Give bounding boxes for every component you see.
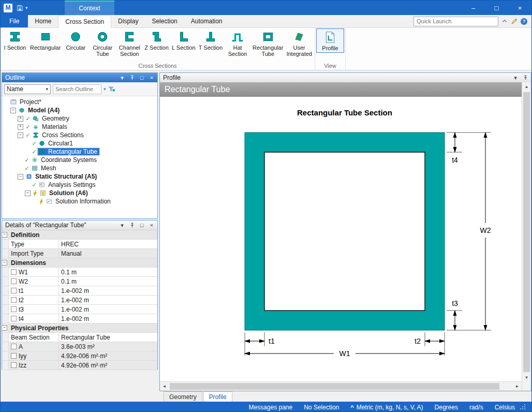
expander-minus-icon[interactable]: − xyxy=(10,108,16,113)
details-value[interactable]: 1.e-002 m xyxy=(59,305,157,314)
status-celsius[interactable]: Celsius xyxy=(495,404,515,411)
expander-minus-icon[interactable]: − xyxy=(18,174,23,180)
details-value[interactable]: Rectangular Tube xyxy=(59,333,157,342)
quick-launch-input[interactable] xyxy=(413,17,498,26)
status-no-selection[interactable]: No Selection xyxy=(304,404,339,411)
vertical-scroll-thumb[interactable] xyxy=(523,92,530,372)
tree-item-mesh[interactable]: ✓Mesh xyxy=(2,164,157,172)
details-value[interactable]: HREC xyxy=(59,240,157,248)
outline-menu-icon[interactable]: ▾ xyxy=(119,74,126,81)
details-group-dimensions[interactable]: −Dimensions xyxy=(2,258,157,268)
tree-item-materials[interactable]: +✓Materials xyxy=(2,123,157,131)
parameter-checkbox[interactable] xyxy=(11,288,17,293)
filter-icon[interactable] xyxy=(108,86,115,92)
doc-tab-geometry[interactable]: Geometry xyxy=(164,391,202,402)
details-value[interactable]: 1.e-002 m xyxy=(59,314,157,323)
tree-item-solution-information[interactable]: Solution Information xyxy=(2,197,157,205)
expander-plus-icon[interactable]: + xyxy=(18,124,23,130)
parameter-checkbox[interactable] xyxy=(11,278,17,284)
status-rad-s[interactable]: rad/s xyxy=(469,404,483,411)
pencil-icon[interactable] xyxy=(511,18,518,25)
parameter-checkbox[interactable] xyxy=(11,316,17,321)
expander-plus-icon[interactable]: + xyxy=(18,116,23,122)
outline-filter-select[interactable]: Name ▾ xyxy=(4,84,51,94)
details-value[interactable]: 3.6e-003 m² xyxy=(59,342,157,351)
close-button[interactable]: × xyxy=(508,1,531,15)
ribbon-item-circular-tube[interactable]: Circular Tube xyxy=(89,28,116,58)
details-value[interactable]: 0.1 m xyxy=(59,268,157,276)
collapse-ribbon-icon[interactable] xyxy=(501,18,508,24)
status-degrees[interactable]: Degrees xyxy=(435,404,458,411)
horizontal-scrollbar[interactable]: ◄ ► xyxy=(160,381,522,391)
scroll-down-icon[interactable]: ▼ xyxy=(522,373,531,382)
menu-tab-cross-section[interactable]: Cross Section xyxy=(58,15,111,28)
search-options-icon[interactable]: ▾ xyxy=(104,86,106,92)
parameter-checkbox[interactable] xyxy=(11,306,17,312)
ribbon-item-circular[interactable]: Circular xyxy=(62,28,89,52)
tree-item-cross-sections[interactable]: −✓Cross Sections xyxy=(2,131,157,139)
menu-tab-display[interactable]: Display xyxy=(111,15,145,27)
tree-item-analysis-settings[interactable]: ✓Analysis Settings xyxy=(2,181,157,189)
tree-item-coordinate-systems[interactable]: ✓Coordinate Systems xyxy=(2,156,157,164)
minimize-button[interactable]: – xyxy=(462,1,485,15)
details-close-icon[interactable]: × xyxy=(148,222,155,229)
scroll-left-icon[interactable]: ◄ xyxy=(160,382,169,391)
expander-minus-icon[interactable]: − xyxy=(2,325,7,331)
horizontal-scroll-thumb[interactable] xyxy=(170,383,499,390)
save-icon[interactable] xyxy=(17,5,23,11)
context-tab[interactable]: Context xyxy=(65,1,114,15)
outline-pin-icon[interactable] xyxy=(128,74,136,81)
outline-close-icon[interactable]: × xyxy=(148,74,155,81)
profile-pin-icon[interactable] xyxy=(522,74,529,81)
tree-item-geometry[interactable]: +✓Geometry xyxy=(2,114,157,123)
details-value[interactable]: 0.1 m xyxy=(59,277,157,286)
ribbon-item-channel-section[interactable]: Channel Section xyxy=(116,28,143,58)
resize-grip-icon[interactable] xyxy=(520,404,526,410)
menu-tab-home[interactable]: Home xyxy=(28,15,58,27)
help-icon[interactable]: ? xyxy=(521,18,527,25)
app-icon[interactable]: M xyxy=(4,4,12,12)
ribbon-item-t-section[interactable]: T Section xyxy=(197,28,224,52)
expander-minus-icon[interactable]: − xyxy=(2,260,7,266)
ribbon-item-i-section[interactable]: I Section xyxy=(2,28,28,52)
tree-item-circular1[interactable]: ✓Circular1 xyxy=(2,139,157,148)
details-float-icon[interactable]: □ xyxy=(138,222,145,229)
group-expander[interactable]: − xyxy=(2,323,9,332)
status-metric-m-kg-n-s-v-a[interactable]: ^Metric (m, kg, N, s, V, A) xyxy=(350,404,423,411)
quick-access-dropdown-icon[interactable]: ▾ xyxy=(25,5,28,10)
group-expander[interactable]: − xyxy=(2,258,9,267)
details-value[interactable]: 4.92e-006 m²·m² xyxy=(59,351,157,360)
ribbon-item-profile[interactable]: Profile xyxy=(316,28,344,53)
menu-tab-automation[interactable]: Automation xyxy=(184,15,229,27)
tree-item-solution-a6[interactable]: −Solution (A6) xyxy=(2,189,157,197)
parameter-checkbox[interactable] xyxy=(11,344,17,349)
search-outline-input[interactable] xyxy=(53,84,101,94)
ribbon-item-z-section[interactable]: Z Section xyxy=(143,28,170,52)
parameter-checkbox[interactable] xyxy=(11,353,17,359)
details-menu-icon[interactable]: ▾ xyxy=(119,222,126,229)
scroll-right-icon[interactable]: ► xyxy=(513,382,522,391)
parameter-checkbox[interactable] xyxy=(11,362,17,368)
tree-item-project[interactable]: Project* xyxy=(2,98,157,106)
details-group-definition[interactable]: −Definition xyxy=(2,230,157,240)
ribbon-item-rectangular[interactable]: Rectangular xyxy=(28,28,62,52)
parameter-checkbox[interactable] xyxy=(11,297,17,303)
details-group-physical-properties[interactable]: −Physical Properties xyxy=(2,323,157,333)
ribbon-item-l-section[interactable]: L Section xyxy=(170,28,197,52)
ribbon-item-rectangular-tube[interactable]: Rectangular Tube xyxy=(251,28,285,58)
tree-item-model-a4[interactable]: −Model (A4) xyxy=(2,106,157,114)
expander-minus-icon[interactable]: − xyxy=(2,232,7,238)
profile-menu-icon[interactable]: ▾ xyxy=(512,74,519,81)
doc-tab-profile[interactable]: Profile xyxy=(203,391,232,402)
menu-tab-file[interactable]: File xyxy=(1,15,28,27)
group-expander[interactable]: − xyxy=(2,230,9,239)
outline-float-icon[interactable]: □ xyxy=(138,74,145,81)
ribbon-item-user-integrated[interactable]: User Integrated xyxy=(285,28,314,58)
vertical-scrollbar[interactable]: ▲ ▼ xyxy=(522,82,531,391)
status-messages-pane[interactable]: Messages pane xyxy=(248,404,292,411)
menu-tab-selection[interactable]: Selection xyxy=(145,15,184,27)
profile-canvas[interactable]: Rectangular Tube Section xyxy=(160,97,522,381)
parameter-checkbox[interactable] xyxy=(11,269,17,275)
details-value[interactable]: 1.e-002 m xyxy=(59,286,157,295)
maximize-button[interactable]: □ xyxy=(485,1,508,15)
